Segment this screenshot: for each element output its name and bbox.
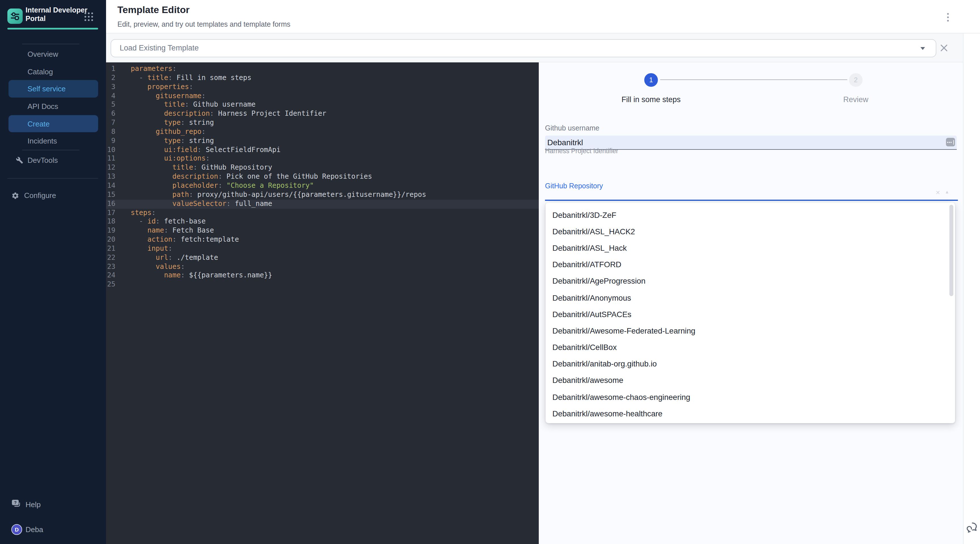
- sidebar-nav-label: Overview: [27, 50, 58, 59]
- configure-label: Configure: [24, 191, 56, 200]
- stepper-step-1[interactable]: 1: [644, 73, 658, 86]
- code-line: 3 properties:: [106, 83, 538, 92]
- sidebar-nav-item[interactable]: Incidents: [0, 132, 106, 150]
- sidebar-nav-item[interactable]: Catalog: [0, 63, 106, 80]
- repo-option[interactable]: Debanitrkl/awesome-chaos-engineering: [546, 389, 955, 405]
- repo-option[interactable]: Debanitrkl/AutSPACEs: [546, 306, 955, 323]
- kebab-menu-icon[interactable]: [944, 10, 951, 24]
- right-rail: [963, 33, 980, 544]
- divider: [22, 44, 80, 44]
- sidebar-nav-item[interactable]: Create: [8, 115, 98, 132]
- avatar: D: [11, 524, 22, 535]
- divider: [22, 150, 80, 150]
- line-number: 21: [106, 245, 115, 254]
- repo-option[interactable]: Debanitrkl/awesome: [546, 372, 955, 389]
- close-icon[interactable]: [940, 43, 949, 52]
- dropdown-scrollbar[interactable]: [949, 205, 953, 296]
- code-line: 24 name: ${{parameters.name}}: [106, 272, 538, 280]
- load-template-select[interactable]: Load Existing Template: [110, 39, 936, 57]
- sidebar-nav-item[interactable]: API Docs: [0, 97, 106, 115]
- repo-option[interactable]: Debanitrkl/CellBox: [546, 339, 955, 356]
- code-line: 8 github_repo:: [106, 128, 538, 137]
- apps-grid-icon[interactable]: [84, 13, 94, 22]
- repo-option[interactable]: Debanitrkl/anitab-org.github.io: [546, 356, 955, 372]
- repo-option[interactable]: Debanitrkl/AgeProgression: [546, 273, 955, 289]
- gear-icon: [11, 191, 19, 201]
- line-number: 5: [106, 101, 115, 110]
- step-number: 2: [854, 76, 858, 84]
- line-number: 11: [106, 154, 115, 164]
- repo-field-label: GitHub Repository: [545, 182, 603, 190]
- code-line: 16 valueSelector: full_name: [106, 199, 538, 208]
- autofill-icon[interactable]: [946, 138, 955, 146]
- template-toolbar: Load Existing Template: [106, 33, 963, 62]
- page-header: Template Editor Edit, preview, and try o…: [106, 0, 980, 33]
- stepper-label-1: Fill in some steps: [606, 95, 697, 104]
- code-line: 6 description: Harness Project Identifie…: [106, 110, 538, 119]
- sidebar-item-configure[interactable]: Configure: [0, 187, 106, 204]
- repo-option[interactable]: Debanitrkl/ASL_HACK2: [546, 223, 955, 240]
- help-label: Help: [25, 500, 41, 509]
- repo-option[interactable]: Debanitrkl/awesome-healthcare: [546, 406, 955, 422]
- line-number: 23: [106, 262, 115, 272]
- line-number: 24: [106, 272, 115, 280]
- line-number: 9: [106, 137, 115, 146]
- brand-title: Internal Developer Portal: [25, 6, 88, 23]
- user-menu[interactable]: D Deba: [11, 524, 43, 535]
- repo-input-focus-underline[interactable]: [545, 199, 958, 201]
- devtools-label: DevTools: [27, 156, 58, 164]
- sidebar-item-devtools[interactable]: DevTools: [0, 152, 106, 169]
- repo-option[interactable]: Debanitrkl/Anonymous: [546, 289, 955, 306]
- line-number: 17: [106, 208, 115, 218]
- user-name: Deba: [25, 525, 43, 534]
- sidebar-nav-label: Incidents: [27, 137, 57, 145]
- stepper-step-2[interactable]: 2: [849, 73, 862, 86]
- sidebar-nav-item[interactable]: Overview: [0, 45, 106, 63]
- line-number: 25: [106, 280, 115, 289]
- brand: Internal Developer Portal: [0, 0, 106, 29]
- line-number: 18: [106, 218, 115, 227]
- username-field-label: Github username: [545, 124, 600, 132]
- line-number: 14: [106, 181, 115, 191]
- line-number: 13: [106, 172, 115, 181]
- code-line: 11 ui:options:: [106, 154, 538, 164]
- brand-accent-rule: [7, 28, 98, 30]
- clear-small-icon[interactable]: ✕: [935, 189, 940, 196]
- sidebar-nav-item[interactable]: Self service: [8, 80, 98, 97]
- divider: [7, 178, 98, 179]
- line-number: 19: [106, 226, 115, 235]
- sidebar-nav-label: Catalog: [27, 67, 53, 76]
- code-line: 13 description: Pick one of the GitHub R…: [106, 172, 538, 181]
- line-number: 4: [106, 92, 115, 101]
- sidebar-nav: Overview Catalog Self service API Docs C…: [0, 45, 106, 150]
- line-number: 12: [106, 164, 115, 173]
- yaml-code-editor[interactable]: 1parameters:2 - title: Fill in some step…: [106, 62, 538, 544]
- line-number: 6: [106, 110, 115, 119]
- line-number: 8: [106, 128, 115, 137]
- feedback-chat-icon[interactable]: [966, 522, 978, 534]
- repo-option[interactable]: Debanitrkl/ASL_Hack: [546, 240, 955, 256]
- load-template-label: Load Existing Template: [120, 44, 199, 52]
- line-number: 10: [106, 145, 115, 154]
- username-value: Debanitrkl: [547, 138, 583, 147]
- code-line: 23 values:: [106, 262, 538, 272]
- wrench-icon: [16, 157, 23, 165]
- code-line: 15 path: proxy/github-api/users/{{parame…: [106, 191, 538, 200]
- repo-option[interactable]: Debanitrkl/3D-ZeF: [546, 207, 955, 223]
- stepper-connector: [660, 80, 847, 80]
- code-line: 9 type: string: [106, 137, 538, 146]
- code-line: 25: [106, 280, 538, 289]
- code-line: 10 ui:field: SelectFieldFromApi: [106, 145, 538, 154]
- repo-input-actions: ✕ ▲: [935, 189, 950, 196]
- line-number: 20: [106, 235, 115, 245]
- step-number: 1: [649, 76, 653, 84]
- repo-option[interactable]: Debanitrkl/Awesome-Federated-Learning: [546, 323, 955, 339]
- repo-option[interactable]: Debanitrkl/ATFORD: [546, 256, 955, 273]
- collapse-caret-icon[interactable]: ▲: [945, 189, 950, 196]
- code-line: 1parameters:: [106, 65, 538, 74]
- code-line: 12 title: GitHub Repository: [106, 164, 538, 173]
- code-line: 17steps:: [106, 208, 538, 218]
- repo-dropdown-list: Debanitrkl/3D-ZeF Debanitrkl/ASL_HACK2 D…: [546, 202, 955, 423]
- code-line: 14 placeholder: "Choose a Repository": [106, 181, 538, 191]
- sidebar-item-help[interactable]: ? Help: [11, 499, 41, 510]
